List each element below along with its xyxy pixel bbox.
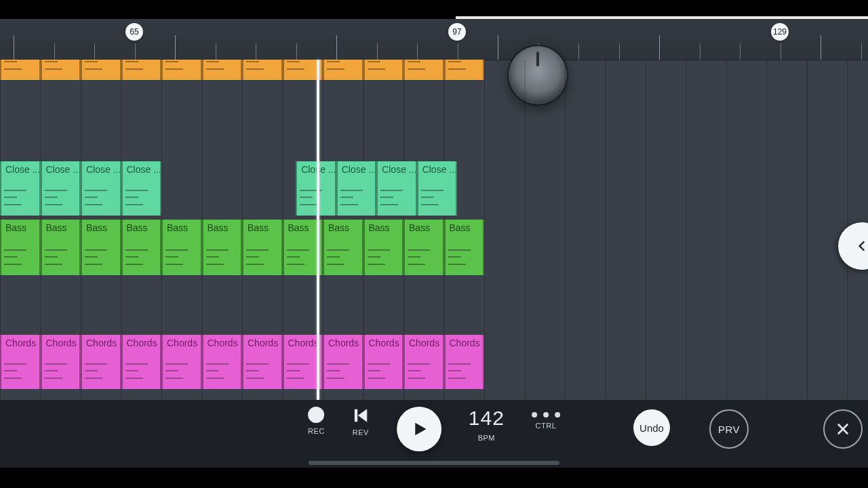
clip-label: Chords xyxy=(324,335,363,351)
clip-label: Bass xyxy=(123,220,152,236)
clip-magenta[interactable]: Chords xyxy=(403,335,444,389)
waveform-icon xyxy=(85,245,117,268)
clip-mint[interactable]: Close ... xyxy=(121,161,162,216)
clip-label: Bass xyxy=(324,220,353,236)
waveform-icon xyxy=(4,245,37,268)
clip-orange[interactable] xyxy=(323,60,363,80)
clip-orange[interactable] xyxy=(0,60,41,80)
clip-label: Bass xyxy=(163,220,192,236)
clip-label: Bass xyxy=(365,220,394,236)
clip-label: Chords xyxy=(365,335,403,351)
waveform-icon xyxy=(380,186,413,209)
time-ruler[interactable]: 6597129 xyxy=(0,19,868,60)
clip-green[interactable]: Bass xyxy=(323,220,363,275)
ruler-marker[interactable]: 129 xyxy=(771,23,789,41)
svg-marker-1 xyxy=(359,409,367,421)
clip-orange[interactable] xyxy=(161,60,202,80)
waveform-icon xyxy=(206,60,239,73)
clip-label: Bass xyxy=(82,220,111,236)
clip-orange[interactable] xyxy=(41,60,81,80)
track-bass[interactable]: BassBassBassBassBassBassBassBassBassBass… xyxy=(0,220,868,275)
waveform-icon xyxy=(125,186,158,209)
waveform-icon xyxy=(368,245,400,268)
clip-green[interactable]: Bass xyxy=(444,220,485,275)
clip-orange[interactable] xyxy=(202,60,243,80)
clip-label: Chords xyxy=(1,335,40,351)
waveform-icon xyxy=(4,359,37,382)
svg-marker-2 xyxy=(415,423,426,436)
rewind-label: REV xyxy=(353,428,369,436)
clip-magenta[interactable]: Chords xyxy=(363,335,404,389)
waveform-icon xyxy=(448,359,481,382)
clip-magenta[interactable]: Chords xyxy=(202,335,243,389)
track-close[interactable]: Close ...Close ...Close ...Close ...Clos… xyxy=(0,161,868,216)
waveform-icon xyxy=(125,60,158,73)
clip-magenta[interactable]: Chords xyxy=(444,335,485,389)
clip-label: Chords xyxy=(405,335,443,351)
clip-orange[interactable] xyxy=(403,60,444,80)
clip-green[interactable]: Bass xyxy=(202,220,243,275)
waveform-icon xyxy=(4,186,37,209)
clip-magenta[interactable]: Chords xyxy=(0,335,41,389)
clip-magenta[interactable]: Chords xyxy=(121,335,162,389)
clip-green[interactable]: Bass xyxy=(242,220,283,275)
clip-mint[interactable]: Close ... xyxy=(41,161,81,216)
track-chords[interactable]: ChordsChordsChordsChordsChordsChordsChor… xyxy=(0,335,868,389)
clip-green[interactable]: Bass xyxy=(81,220,121,275)
record-icon xyxy=(308,407,324,423)
clip-green[interactable]: Bass xyxy=(161,220,202,275)
rewind-button[interactable]: REV xyxy=(352,407,370,436)
clip-label: Close ... xyxy=(418,161,458,178)
ctrl-menu-button[interactable]: CTRL xyxy=(532,407,560,430)
timeline-panel[interactable]: 6597129 Close ...Close ...Close ...Close… xyxy=(0,19,868,400)
waveform-icon xyxy=(125,359,158,382)
clip-orange[interactable] xyxy=(363,60,404,80)
clip-mint[interactable]: Close ... xyxy=(81,161,121,216)
preview-button[interactable]: PRV xyxy=(709,409,749,449)
ruler-marker[interactable]: 97 xyxy=(448,23,466,41)
clip-label: Bass xyxy=(243,220,273,236)
waveform-icon xyxy=(45,186,77,209)
transport-bar: REC REV 142 BPM CTRL Undo xyxy=(0,400,868,468)
clip-magenta[interactable]: Chords xyxy=(161,335,202,389)
track-melody[interactable] xyxy=(0,60,868,80)
waveform-icon xyxy=(85,60,117,73)
clip-mint[interactable]: Close ... xyxy=(417,161,458,216)
play-button[interactable] xyxy=(397,407,441,451)
close-button[interactable] xyxy=(823,409,863,449)
clip-mint[interactable]: Close ... xyxy=(296,161,336,216)
waveform-icon xyxy=(448,245,481,268)
clip-label: Chords xyxy=(243,335,282,351)
clip-mint[interactable]: Close ... xyxy=(336,161,377,216)
clip-green[interactable]: Bass xyxy=(403,220,444,275)
waveform-icon xyxy=(421,186,454,209)
clip-magenta[interactable]: Chords xyxy=(323,335,363,389)
clip-green[interactable]: Bass xyxy=(121,220,162,275)
bpm-display[interactable]: 142 BPM xyxy=(469,407,505,442)
playhead[interactable] xyxy=(317,60,319,400)
waveform-icon xyxy=(165,60,198,73)
clip-magenta[interactable]: Chords xyxy=(41,335,81,389)
clip-mint[interactable]: Close ... xyxy=(0,161,41,216)
clip-green[interactable]: Bass xyxy=(363,220,404,275)
clip-label: Chords xyxy=(163,335,201,351)
clip-orange[interactable] xyxy=(242,60,283,80)
clip-orange[interactable] xyxy=(121,60,162,80)
horizontal-scroll-thumb[interactable] xyxy=(309,461,559,465)
clip-green[interactable]: Bass xyxy=(0,220,41,275)
clip-mint[interactable]: Close ... xyxy=(376,161,417,216)
undo-button[interactable]: Undo xyxy=(633,409,670,446)
clip-label: Close ... xyxy=(1,161,41,178)
waveform-icon xyxy=(368,359,400,382)
clip-orange[interactable] xyxy=(81,60,121,80)
clip-label: Bass xyxy=(284,220,313,236)
clip-magenta[interactable]: Chords xyxy=(81,335,121,389)
clip-label: Close ... xyxy=(82,161,121,178)
ruler-marker[interactable]: 65 xyxy=(125,23,143,41)
clip-green[interactable]: Bass xyxy=(41,220,81,275)
waveform-icon xyxy=(327,60,359,73)
clip-magenta[interactable]: Chords xyxy=(242,335,283,389)
clip-orange[interactable] xyxy=(444,60,485,80)
clip-label: Bass xyxy=(203,220,233,236)
record-button[interactable]: REC xyxy=(308,407,325,435)
